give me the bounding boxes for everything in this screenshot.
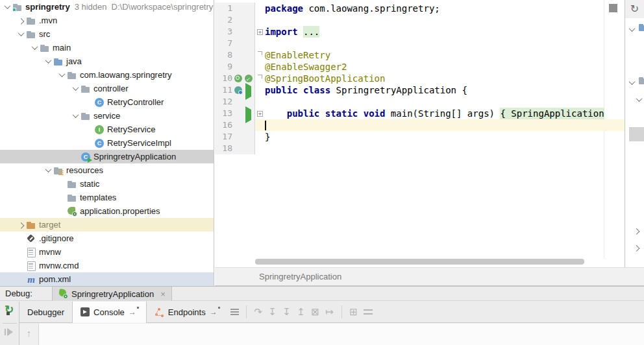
tree-item-label: templates — [80, 193, 116, 202]
tree-item[interactable]: CSpringretryApplication — [0, 150, 214, 163]
line-number: 10 — [215, 73, 232, 84]
folder-icon — [638, 75, 644, 86]
tree-item[interactable]: application.properties — [0, 204, 214, 218]
code-line: 2 — [215, 14, 625, 26]
tree-item[interactable]: mvnw.cmd — [0, 259, 214, 272]
chevron-down-icon[interactable] — [71, 111, 80, 121]
refresh-icon[interactable]: ↻ — [630, 4, 639, 14]
pin-to-tab-icon[interactable]: → — [210, 307, 217, 316]
tree-item[interactable]: target — [0, 218, 214, 232]
chevron-down-icon[interactable] — [627, 25, 637, 34]
tree-item[interactable]: com.laowang.springretry — [0, 68, 214, 82]
spring-check-icon[interactable] — [244, 74, 254, 83]
fold-marker-icon[interactable]: + — [255, 26, 265, 38]
tree-item[interactable]: IRetryService — [0, 123, 214, 136]
chevron-right-icon[interactable] — [632, 226, 641, 235]
code-line-text: + public static void main(String[] args)… — [255, 108, 625, 119]
tree-item[interactable]: .gitignore — [0, 232, 214, 245]
breadcrumb-item[interactable]: SpringretryApplication — [259, 272, 341, 281]
tree-item[interactable]: java — [0, 54, 214, 68]
gutter-icons — [232, 143, 255, 154]
line-number: 17 — [215, 131, 232, 143]
tree-item[interactable]: service — [0, 109, 214, 123]
gutter-spacer — [234, 109, 243, 118]
run-to-cursor-icon[interactable]: ↦ — [323, 305, 337, 318]
chevron-down-icon[interactable] — [71, 84, 80, 93]
tree-item[interactable]: templates — [0, 191, 214, 204]
step-over-icon[interactable]: ↷ — [251, 305, 266, 318]
fold-marker-icon[interactable] — [255, 49, 265, 61]
chevron-down-icon[interactable] — [627, 78, 637, 88]
code-line-text — [255, 143, 625, 154]
text-file-icon — [26, 247, 36, 257]
class-icon: C — [95, 139, 104, 148]
folder-icon — [67, 70, 77, 80]
chevron-right-icon[interactable] — [16, 16, 26, 25]
tree-item[interactable]: .mvn — [0, 14, 214, 27]
line-number: 16 — [215, 119, 232, 131]
tree-item[interactable]: resources — [0, 163, 214, 177]
chevron-down-icon[interactable] — [57, 70, 67, 80]
spring-bean-icon[interactable] — [234, 86, 243, 95]
editor-gutter: 11 — [215, 84, 255, 96]
tree-item[interactable]: static — [0, 177, 214, 191]
side-panel-selected-row[interactable] — [629, 127, 644, 141]
code-line-text — [255, 38, 625, 49]
tree-item[interactable]: main — [0, 41, 214, 54]
chevron-down-icon[interactable] — [16, 29, 26, 39]
folder-icon — [80, 111, 91, 121]
inspection-status-square[interactable] — [609, 4, 617, 12]
code-line-text: public class SpringretryApplication { — [255, 84, 625, 96]
step-into-icon[interactable]: ↧ — [266, 305, 280, 318]
code-editor[interactable]: 1package com.laowang.springretry;23+impo… — [215, 0, 625, 267]
tree-root-row[interactable]: springretry 3 hidden D:\D\workspace\spri… — [0, 0, 214, 14]
tree-item[interactable]: CRetryServiceImpl — [0, 136, 214, 150]
tree-item[interactable]: mvnw — [0, 245, 214, 259]
spring-search-icon[interactable] — [234, 74, 243, 83]
tree-item[interactable]: src — [0, 27, 214, 41]
chevron-down-icon[interactable] — [43, 56, 53, 66]
menu-icon[interactable] — [227, 305, 242, 318]
tree-item[interactable]: CRetryController — [0, 95, 214, 109]
close-icon[interactable]: × — [160, 290, 166, 298]
editor-gutter: 9 — [215, 61, 255, 73]
endpoints-icon — [155, 308, 164, 316]
run-icon[interactable] — [244, 86, 254, 95]
editor-horizontal-scrollbar[interactable] — [255, 259, 584, 265]
line-number: 3 — [215, 26, 232, 38]
run-icon[interactable] — [244, 109, 254, 118]
chevron-down-icon[interactable] — [634, 95, 644, 104]
debug-session-tab[interactable]: SpringretryApplication × — [52, 287, 172, 301]
up-the-stack-trace-icon[interactable]: ↑ — [27, 327, 32, 345]
force-step-into-icon[interactable]: ↧ — [280, 305, 294, 318]
chevron-down-icon[interactable] — [3, 2, 12, 12]
debug-tool-window: Debug: SpringretryApplication × ↻ Debugg… — [0, 286, 644, 345]
gutter-icons — [232, 73, 255, 84]
debug-tab-endpoints[interactable]: Endpoints→ — [147, 302, 227, 323]
tree-item[interactable]: controller — [0, 82, 214, 95]
chevron-right-icon[interactable] — [632, 243, 641, 252]
fold-marker-icon[interactable] — [255, 73, 265, 84]
pin-to-tab-icon[interactable]: → — [129, 307, 136, 316]
gutter-icons — [232, 26, 255, 38]
debug-tab-console[interactable]: Console→ — [72, 302, 147, 323]
resume-program-icon[interactable] — [5, 328, 15, 336]
editor-gutter: 18 — [215, 143, 255, 154]
fold-marker-icon[interactable]: + — [255, 108, 265, 119]
tree-item[interactable]: mpom.xml — [0, 272, 214, 286]
chevron-right-icon[interactable] — [16, 220, 26, 230]
class-icon: C — [95, 98, 104, 107]
rerun-icon[interactable]: ↻ — [5, 304, 14, 315]
folder-java-icon — [53, 56, 64, 67]
step-out-icon[interactable]: ↥ — [294, 305, 308, 318]
editor-gutter: 2 — [215, 14, 255, 26]
drop-frame-icon[interactable]: ⊠ — [308, 305, 323, 318]
code-line: 13+ public static void main(String[] arg… — [215, 108, 625, 119]
code-line: 1package com.laowang.springretry; — [215, 3, 625, 14]
evaluate-expression-icon[interactable]: ⊞ — [347, 305, 361, 318]
chevron-down-icon[interactable] — [30, 43, 40, 53]
debug-tab-debugger[interactable]: Debugger — [19, 302, 72, 323]
chevron-down-icon[interactable] — [43, 165, 53, 175]
code-line: 3+import ... — [215, 26, 625, 38]
layout-settings-icon[interactable] — [361, 305, 375, 318]
